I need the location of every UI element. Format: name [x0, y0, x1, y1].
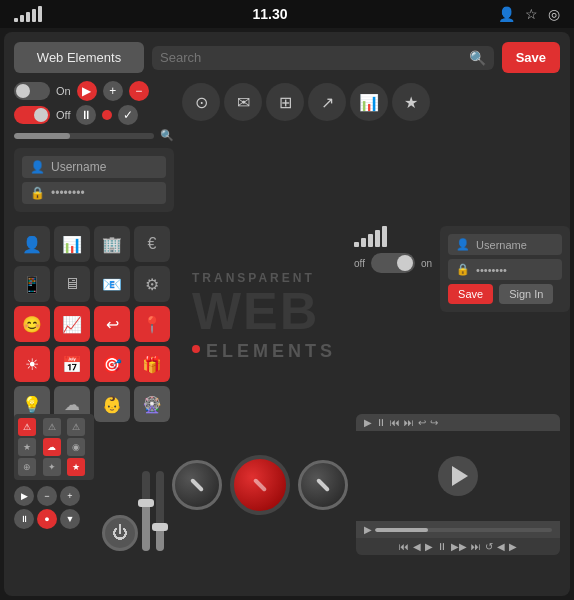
mini-cell-3: ⚠: [67, 418, 85, 436]
icon-btn-chart[interactable]: 📊: [350, 83, 388, 121]
right-password-field[interactable]: 🔒 ••••••••: [448, 259, 562, 280]
media-add-btn[interactable]: +: [60, 486, 80, 506]
icon-btn-target[interactable]: ⊙: [182, 83, 220, 121]
web-elements-button[interactable]: Web Elements: [14, 42, 144, 73]
toggle-off[interactable]: [14, 106, 50, 124]
grid-btn-graph[interactable]: 📈: [54, 306, 90, 342]
signal-bar-3: [26, 12, 30, 22]
media-pause-btn[interactable]: ⏸: [14, 509, 34, 529]
sm-bar-1: [354, 242, 359, 247]
login-box: 👤 Username 🔒 ••••••••: [14, 148, 174, 212]
player-vol-up[interactable]: ▶: [509, 541, 517, 552]
media-minus-btn[interactable]: −: [37, 486, 57, 506]
top-row: Web Elements 🔍 Save: [14, 42, 560, 73]
grid-row-3: 😊 📈 ↩ 📍: [14, 306, 174, 342]
grid-btn-sun[interactable]: ☀: [14, 346, 50, 382]
media-play-btn[interactable]: ▶: [14, 486, 34, 506]
toggle-on-label: On: [56, 85, 71, 97]
search-icon[interactable]: 🔍: [469, 50, 486, 66]
player-skip-fwd[interactable]: ⏭: [471, 541, 481, 552]
grid-btn-mail2[interactable]: 📧: [94, 266, 130, 302]
grid-btn-user[interactable]: 👤: [14, 226, 50, 262]
knob-2[interactable]: [298, 460, 348, 510]
player-wrapper: ▶ ⏸ ⏮ ⏭ ↩ ↪ ▶: [356, 414, 560, 555]
play-button[interactable]: ▶: [77, 81, 97, 101]
player-next2[interactable]: ▶▶: [451, 541, 467, 552]
player-prev-ctrl[interactable]: ⏮: [390, 417, 400, 428]
player-tl-play[interactable]: ▶: [364, 524, 372, 535]
grid-btn-smile[interactable]: 😊: [14, 306, 50, 342]
grid-btn-gear[interactable]: ⚙: [134, 266, 170, 302]
icon-btn-star[interactable]: ★: [392, 83, 430, 121]
player-forward-ctrl[interactable]: ↪: [430, 417, 438, 428]
grid-btn-arrow[interactable]: ↩: [94, 306, 130, 342]
grid-btn-euro[interactable]: €: [134, 226, 170, 262]
player-prev2[interactable]: ◀: [413, 541, 421, 552]
mini-warning-grid: ⚠ ⚠ ⚠ ★ ☁ ◉ ⊕ ✦ ★: [14, 414, 94, 480]
v-slider-knob-1: [138, 499, 154, 507]
password-field[interactable]: 🔒 ••••••••: [22, 182, 166, 204]
grid-btn-pin[interactable]: 📍: [134, 306, 170, 342]
player-pause2[interactable]: ⏸: [437, 541, 447, 552]
player-vol-down[interactable]: ◀: [497, 541, 505, 552]
grid-btn-monitor[interactable]: 🖥: [54, 266, 90, 302]
player-play-ctrl[interactable]: ▶: [364, 417, 372, 428]
knob-1-indicator: [190, 477, 204, 491]
h-toggle-track[interactable]: [371, 253, 415, 273]
player-skip-back[interactable]: ⏮: [399, 541, 409, 552]
grid-btn-chart[interactable]: 📊: [54, 226, 90, 262]
toggle-small-on: on: [421, 258, 432, 269]
icon-btn-mail[interactable]: ✉: [224, 83, 262, 121]
v-slider-2[interactable]: [156, 471, 164, 551]
sm-bar-2: [361, 238, 366, 247]
player-refresh[interactable]: ↺: [485, 541, 493, 552]
status-bar: 11.30 👤 ☆ ◎: [0, 0, 574, 28]
v-slider-fill-1: [142, 503, 150, 551]
pause-button[interactable]: ⏸: [76, 105, 96, 125]
mini-cell-2: ⚠: [43, 418, 61, 436]
grid-btn-target[interactable]: 🎯: [94, 346, 130, 382]
timeline-track[interactable]: [375, 528, 552, 532]
player-timeline: ▶: [356, 521, 560, 538]
grid-btn-gift[interactable]: 🎁: [134, 346, 170, 382]
grid-btn-phone[interactable]: 📱: [14, 266, 50, 302]
signal-bar-2: [20, 15, 24, 22]
right-username-field[interactable]: 👤 Username: [448, 234, 562, 255]
check-button[interactable]: ✓: [118, 105, 138, 125]
icon-btn-share[interactable]: ↗: [308, 83, 346, 121]
player-rewind-ctrl[interactable]: ↩: [418, 417, 426, 428]
right-save-button[interactable]: Save: [448, 284, 493, 304]
media-record-btn[interactable]: ●: [37, 509, 57, 529]
save-button[interactable]: Save: [502, 42, 560, 73]
power-button[interactable]: ⏻: [102, 515, 138, 551]
player-pause-ctrl[interactable]: ⏸: [376, 417, 386, 428]
bottom-section: ⚠ ⚠ ⚠ ★ ☁ ◉ ⊕ ✦ ★ ▶ − + ⏸ ● ▼: [14, 414, 560, 555]
record-dot: [102, 110, 112, 120]
icon-btn-grid[interactable]: ⊞: [266, 83, 304, 121]
progress-track: [14, 133, 154, 139]
player-play2[interactable]: ▶: [425, 541, 433, 552]
minus-button[interactable]: −: [129, 81, 149, 101]
knob-1[interactable]: [172, 460, 222, 510]
right-signin-button[interactable]: Sign In: [499, 284, 553, 304]
signal-bar-1: [14, 18, 18, 22]
toggle-on[interactable]: [14, 82, 50, 100]
lock-field-icon: 🔒: [30, 186, 45, 200]
grid-btn-calendar[interactable]: 📅: [54, 346, 90, 382]
player-play-button[interactable]: [438, 456, 478, 496]
media-down-btn[interactable]: ▼: [60, 509, 80, 529]
search-small-icon[interactable]: 🔍: [160, 129, 174, 142]
user-field-icon: 👤: [30, 160, 45, 174]
player-next-ctrl[interactable]: ⏭: [404, 417, 414, 428]
knob-main[interactable]: [230, 455, 290, 515]
add-button[interactable]: +: [103, 81, 123, 101]
v-slider-1[interactable]: [142, 471, 150, 551]
toggle-off-row: Off ⏸ ✓: [14, 105, 174, 125]
timeline-fill: [375, 528, 428, 532]
search-input[interactable]: [160, 50, 463, 65]
right-login-box: 👤 Username 🔒 •••••••• Save Sign In: [440, 226, 570, 312]
sliders-area: [142, 471, 164, 555]
grid-btn-building[interactable]: 🏢: [94, 226, 130, 262]
username-field[interactable]: 👤 Username: [22, 156, 166, 178]
search-area: 🔍: [152, 46, 494, 70]
